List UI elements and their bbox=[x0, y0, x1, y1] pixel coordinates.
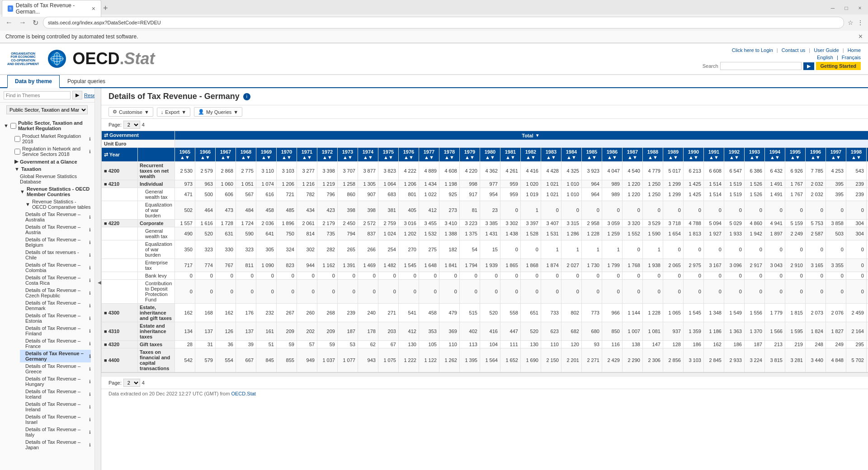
info-ireland[interactable]: ℹ bbox=[89, 404, 91, 409]
tab-popular-queries[interactable]: Popular queries bbox=[60, 75, 113, 88]
regulation-network-checkbox[interactable] bbox=[14, 149, 20, 155]
year-1973[interactable]: 1973▲▼ bbox=[337, 148, 358, 162]
info-germany[interactable]: ℹ bbox=[89, 354, 91, 359]
sidebar-item-costa-rica[interactable]: Details of Tax Revenue – Costa Rica ℹ bbox=[20, 274, 91, 287]
login-link[interactable]: Click here to Login bbox=[732, 47, 773, 53]
header-search-input[interactable] bbox=[720, 62, 802, 70]
forward-button[interactable]: → bbox=[17, 18, 28, 28]
sidebar-item-iceland[interactable]: Details of Tax Revenue – Iceland ℹ bbox=[20, 388, 91, 400]
page-select-bottom[interactable]: 2 1 3 4 bbox=[123, 379, 140, 387]
year-1987[interactable]: 1987▲▼ bbox=[622, 148, 642, 162]
year-1996[interactable]: 1996▲▼ bbox=[805, 148, 826, 162]
sidebar-item-taxation[interactable]: ▼ Taxation bbox=[9, 165, 91, 173]
export-button[interactable]: ↓ Export ▼ bbox=[157, 108, 190, 117]
getting-started-button[interactable]: Getting Started bbox=[816, 62, 861, 70]
info-greece[interactable]: ℹ bbox=[89, 367, 91, 371]
year-1967[interactable]: 1967▲▼ bbox=[215, 148, 236, 162]
year-1985[interactable]: 1985▲▼ bbox=[581, 148, 602, 162]
year-1971[interactable]: 1971▲▼ bbox=[297, 148, 317, 162]
home-link[interactable]: Home bbox=[848, 47, 861, 53]
sidebar-item-colombia[interactable]: Details of Tax Revenue – Colombia ℹ bbox=[20, 261, 91, 274]
close-button[interactable]: × bbox=[854, 4, 866, 13]
sidebar-item-hungary[interactable]: Details of Tax Revenue – Hungary ℹ bbox=[20, 375, 91, 388]
footer-link[interactable]: OECD.Stat bbox=[231, 391, 255, 396]
active-tab[interactable]: S Details of Tax Revenue - German... × bbox=[2, 0, 101, 17]
year-1965[interactable]: 1965▲▼ bbox=[175, 148, 195, 162]
sidebar-theme-select[interactable]: Public Sector, Taxation and Market Re bbox=[6, 105, 88, 114]
sidebar-item-czech[interactable]: Details of Tax Revenue – Czech Republic … bbox=[20, 287, 91, 299]
sidebar-item-regulation-network[interactable]: Regulation in Network and Service Sector… bbox=[9, 145, 91, 158]
year-1981[interactable]: 1981▲▼ bbox=[500, 148, 520, 162]
notification-close-button[interactable]: × bbox=[859, 33, 863, 41]
year-1969[interactable]: 1969▲▼ bbox=[256, 148, 276, 162]
sidebar-item-gov-glance[interactable]: ▶ Government at a Glance bbox=[9, 158, 91, 165]
english-link[interactable]: English bbox=[817, 55, 833, 60]
info-israel[interactable]: ℹ bbox=[89, 417, 91, 422]
restore-button[interactable]: □ bbox=[840, 4, 853, 13]
info-finland[interactable]: ℹ bbox=[89, 329, 91, 334]
sidebar-item-denmark[interactable]: Details of Tax Revenue – Denmark ℹ bbox=[20, 299, 91, 312]
year-1972[interactable]: 1972▲▼ bbox=[317, 148, 337, 162]
info-iceland[interactable]: ℹ bbox=[89, 392, 91, 397]
info-japan[interactable]: ℹ bbox=[89, 442, 91, 447]
sidebar-item-israel[interactable]: Details of Tax Revenue – Israel ℹ bbox=[20, 413, 91, 426]
info-italy[interactable]: ℹ bbox=[89, 430, 91, 435]
section-checkbox[interactable] bbox=[10, 123, 16, 129]
refresh-button[interactable]: ↻ bbox=[31, 18, 40, 28]
sidebar-item-france[interactable]: Details of Tax Revenue – France ℹ bbox=[20, 337, 91, 350]
info-czech[interactable]: ℹ bbox=[89, 291, 91, 296]
page-select-top[interactable]: 2 1 3 4 bbox=[123, 121, 140, 129]
year-1983[interactable]: 1983▲▼ bbox=[541, 148, 561, 162]
title-info-icon[interactable]: i bbox=[243, 93, 250, 100]
year-1980[interactable]: 1980▲▼ bbox=[480, 148, 500, 162]
info-costa-rica[interactable]: ℹ bbox=[89, 278, 91, 283]
year-1990[interactable]: 1990▲▼ bbox=[683, 148, 703, 162]
year-1978[interactable]: 1978▲▼ bbox=[439, 148, 459, 162]
info-hungary[interactable]: ℹ bbox=[89, 379, 91, 384]
year-1977[interactable]: 1977▲▼ bbox=[419, 148, 439, 162]
year-1975[interactable]: 1975▲▼ bbox=[378, 148, 398, 162]
year-1988[interactable]: 1988▲▼ bbox=[642, 148, 663, 162]
info-chile[interactable]: ℹ bbox=[89, 253, 91, 258]
francais-link[interactable]: Français bbox=[842, 55, 861, 60]
info-estonia[interactable]: ℹ bbox=[89, 316, 91, 321]
user-guide-link[interactable]: User Guide bbox=[814, 47, 839, 53]
settings-icon[interactable]: ⋮ bbox=[856, 18, 864, 27]
sidebar-item-greece[interactable]: Details of Tax Revenue – Greece ℹ bbox=[20, 362, 91, 375]
year-1989[interactable]: 1989▲▼ bbox=[663, 148, 683, 162]
info-austria[interactable]: ℹ bbox=[89, 227, 91, 232]
sidebar-item-austria[interactable]: Details of Tax Revenue – Austria ℹ bbox=[20, 223, 91, 236]
customise-button[interactable]: ⚙ Customise ▼ bbox=[108, 107, 153, 117]
back-button[interactable]: ← bbox=[4, 18, 14, 28]
year-1970[interactable]: 1970▲▼ bbox=[276, 148, 297, 162]
tab-close-button[interactable]: × bbox=[92, 5, 95, 12]
sidebar-section-public-sector[interactable]: ▼ Public Sector, Taxation and Market Reg… bbox=[4, 119, 91, 132]
info-colombia[interactable]: ℹ bbox=[89, 265, 91, 270]
contact-link[interactable]: Contact us bbox=[782, 47, 806, 53]
year-1991[interactable]: 1991▲▼ bbox=[703, 148, 724, 162]
info-icon[interactable]: ℹ bbox=[89, 136, 91, 141]
year-1999[interactable]: 1999▲▼ bbox=[866, 148, 868, 162]
year-1986[interactable]: 1986▲▼ bbox=[602, 148, 622, 162]
year-1995[interactable]: 1995▲▼ bbox=[785, 148, 805, 162]
year-1998[interactable]: 1998▲▼ bbox=[846, 148, 866, 162]
data-table-container[interactable]: ⇄ Government Total ▼ Unit bbox=[101, 131, 868, 372]
sidebar-reset-button[interactable]: Reset bbox=[84, 93, 95, 98]
my-queries-button[interactable]: 👤 My Queries ▼ bbox=[194, 107, 242, 117]
year-1997[interactable]: 1997▲▼ bbox=[826, 148, 846, 162]
info-belgium[interactable]: ℹ bbox=[89, 240, 91, 245]
tab-data-by-theme[interactable]: Data by theme bbox=[7, 75, 60, 88]
new-tab-button[interactable]: + bbox=[103, 4, 108, 13]
info-france[interactable]: ℹ bbox=[89, 341, 91, 346]
sidebar-item-japan[interactable]: Details of Tax Revenue – Japan ℹ bbox=[20, 438, 91, 451]
sidebar-item-finland[interactable]: Details of Tax Revenue – Finland ℹ bbox=[20, 324, 91, 337]
info-australia[interactable]: ℹ bbox=[89, 215, 91, 220]
horizontal-scrollbar[interactable] bbox=[101, 372, 868, 377]
sidebar-item-ireland[interactable]: Details of Tax Revenue – Ireland ℹ bbox=[20, 400, 91, 413]
bookmark-icon[interactable]: ☆ bbox=[847, 18, 854, 27]
sidebar-item-global-revenue[interactable]: Global Revenue Statistics Database bbox=[14, 173, 91, 185]
sidebar-item-belgium[interactable]: Details of Tax Revenue – Belgium ℹ bbox=[20, 236, 91, 249]
year-1974[interactable]: 1974▲▼ bbox=[358, 148, 378, 162]
sidebar-item-australia[interactable]: Details of Tax Revenue – Australia ℹ bbox=[20, 211, 91, 223]
sidebar-search-button[interactable]: ▶ bbox=[72, 91, 82, 99]
